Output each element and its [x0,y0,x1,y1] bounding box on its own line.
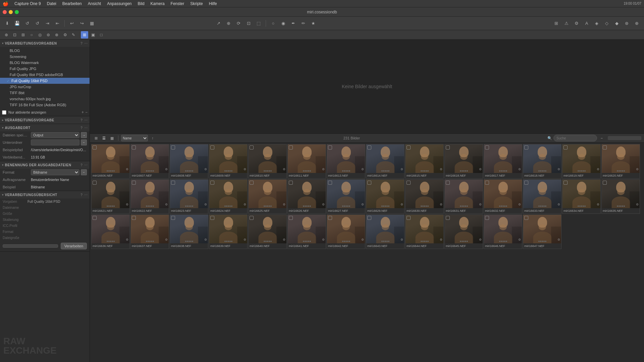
help-icon-ausgabe[interactable]: ? [80,126,83,130]
icon-btn-2[interactable]: ⊡ [11,31,18,39]
thumbnail-item[interactable]: ⚙ miri16618.NEF [523,144,561,179]
thumb-checkbox[interactable] [485,181,489,185]
search-input[interactable] [553,135,597,141]
toolbar-undo[interactable]: ↩ [67,19,76,28]
thumb-checkbox[interactable] [407,216,411,220]
thumb-checkbox[interactable] [603,145,607,149]
thumb-checkbox[interactable] [407,145,411,149]
select-format[interactable]: Bildname [31,169,79,175]
toolbar-cursor[interactable]: ↗ [214,19,223,28]
toolbar-sync2[interactable]: ↺ [33,19,42,28]
toolbar-circle[interactable]: ○ [269,19,277,28]
thumb-checkbox[interactable] [564,145,568,149]
toolbar-sync1[interactable]: ↺ [23,19,32,28]
checkbox-nur-aktiv[interactable] [2,110,6,115]
toolbar-heal[interactable]: ◉ [279,19,287,28]
menubar-ansicht[interactable]: Ansicht [85,0,104,7]
menubar-bearbeiten[interactable]: Bearbeiten [60,0,85,7]
thumb-checkbox[interactable] [328,145,332,149]
thumb-checkbox[interactable] [289,216,293,220]
toolbar-star[interactable]: ★ [309,19,318,28]
section-header-benennung[interactable]: ▾ BENENNUNG DER AUSGABEDATEIEN ? ⋯ [0,161,90,169]
toolbar-adjust1[interactable]: ◈ [592,19,601,28]
menubar-anpassungen[interactable]: Anpassungen [104,0,134,7]
menubar-hilfe[interactable]: Hilfe [206,0,220,7]
thumbnail-item[interactable]: ⚙ miri16609.NEF [209,144,248,179]
toolbar-rotate[interactable]: ⟳ [234,19,243,28]
thumbnail-item[interactable]: ⚙ miri16624.NEF [209,179,248,214]
thumbnail-item[interactable]: ⚙ miri16614.NEF [366,144,405,179]
section-header-vorgabe[interactable]: ▸ VERARBEITUNGSVORGABE ? ⋯ [0,116,90,124]
thumb-checkbox[interactable] [93,145,97,149]
thumb-checkbox[interactable] [367,216,371,220]
thumb-checkbox[interactable] [289,181,293,185]
thumbnail-item[interactable]: ⚙ miri16625.NEF [248,179,287,214]
thumb-checkbox[interactable] [485,216,489,220]
menubar-capture-one[interactable]: Capture One 9 [12,0,44,7]
thumb-checkbox[interactable] [250,181,254,185]
section-header-vorgaben[interactable]: ▾ VERARBEITUNGSVORGABEN ? ⋯ [0,40,90,47]
view-mode-split[interactable]: ▣ [89,31,97,39]
folder-btn-unterordner[interactable]: − [81,139,87,145]
thumbnail-item[interactable]: ⚙ miri16613.NEF [327,144,365,179]
section-header-uebersicht[interactable]: ▾ VERARBEITUNGSÜBERSICHT ? ⋯ [0,191,90,198]
apple-menu[interactable]: 🍎 [3,1,8,6]
preset-tiff-16[interactable]: TIFF 16 Bit Full Size (Adobe RGB) [0,102,90,108]
thumbnail-item[interactable]: ⚙ miri16644.NEF [405,215,444,249]
thumbnail-item[interactable]: ⚙ miri16636.NEF [91,215,130,249]
toolbar-erase[interactable]: ✏ [299,19,308,28]
toolbar-process[interactable]: ▦ [88,19,96,28]
thumb-checkbox[interactable] [250,216,254,220]
thumbnail-item[interactable]: ⚙ miri16620.NEF [601,144,640,179]
thumbnail-item[interactable]: ⚙ miri16647.NEF [523,215,561,249]
thumbnail-item[interactable]: ⚙ miri16619.NEF [562,144,601,179]
maximize-button[interactable] [15,10,19,14]
thumbnail-item[interactable]: ⚙ miri16606.NEF [91,144,130,179]
menubar-datei[interactable]: Datei [44,0,59,7]
thumb-checkbox[interactable] [446,181,450,185]
toolbar-adjust5[interactable]: ⊕ [633,19,641,28]
preset-blog[interactable]: BLOG [0,48,90,54]
thumb-checkbox[interactable] [446,216,450,220]
thumbnail-item[interactable]: ⚙ miri16623.NEF [170,179,208,214]
folder-btn-format[interactable]: − [81,169,87,175]
toolbar-export1[interactable]: ⇥ [43,19,52,28]
toolbar-redo[interactable]: ↪ [77,19,86,28]
thumb-checkbox[interactable] [93,181,97,185]
menu-icon-benennung[interactable]: ⋯ [84,163,88,167]
thumb-checkbox[interactable] [524,216,528,220]
icon-btn-1[interactable]: ⊕ [3,31,10,39]
thumb-checkbox[interactable] [210,145,214,149]
preset-jpg-crop[interactable]: JPG nurCrop [0,84,90,90]
minimize-button[interactable] [9,10,13,14]
icon-btn-4[interactable]: ○ [28,31,35,39]
section-header-ausgabe[interactable]: ▾ AUSGABEORT ? ⋯ [0,124,90,131]
view-mode-grid[interactable]: ⊞ [81,31,88,39]
input-unterordner[interactable] [31,139,79,145]
preset-full-8bit[interactable]: Full Quality 8bit PSD adobeRGB [0,72,90,78]
thumbnail-item[interactable]: ⚙ miri16607.NEF [130,144,169,179]
thumbnail-item[interactable]: ⚙ miri16638.NEF [170,215,208,249]
thumb-checkbox[interactable] [328,181,332,185]
thumbnail-item[interactable]: ⚙ miri16643.NEF [366,215,405,249]
toolbar-zoom[interactable]: ⊕ [224,19,233,28]
thumbnail-item[interactable]: ⚙ miri16629.NEF [366,179,405,214]
thumb-checkbox[interactable] [367,181,371,185]
thumbnail-item[interactable]: ⚙ miri16615.NEF [405,144,444,179]
preset-screening[interactable]: Screening [0,54,90,60]
thumb-checkbox[interactable] [564,181,568,185]
select-dateien[interactable]: Output [31,132,79,138]
help-icon-uebersicht[interactable]: ? [80,193,83,197]
thumbnail-item[interactable]: ⚙ miri16642.NEF [327,215,365,249]
thumbnail-item[interactable]: ⚙ miri16632.NEF [484,179,522,214]
help-icon-vorgaben[interactable]: ? [80,42,83,45]
thumb-checkbox[interactable] [446,145,450,149]
thumb-checkbox[interactable] [93,216,97,220]
menu-icon-ausgabe[interactable]: ⋯ [84,126,88,130]
thumbnail-item[interactable]: ⚙ miri16618.NEF [444,144,483,179]
search-options-btn[interactable]: − [598,135,605,141]
thumbnail-item[interactable]: ⚙ miri16645.NEF [444,215,483,249]
help-icon-vorgabe[interactable]: ? [80,118,83,122]
browser-grid-btn[interactable]: ⊞ [93,135,99,141]
thumb-checkbox[interactable] [250,145,254,149]
